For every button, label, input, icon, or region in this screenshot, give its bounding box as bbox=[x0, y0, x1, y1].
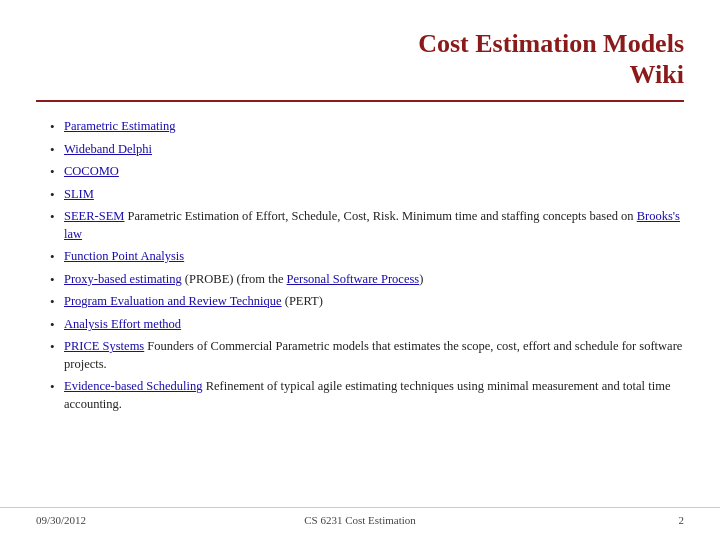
list-item: COCOMO bbox=[50, 163, 684, 181]
title-line2: Wiki bbox=[630, 60, 684, 89]
link-function-point[interactable]: Function Point Analysis bbox=[64, 249, 184, 263]
title-line1: Cost Estimation Models bbox=[418, 29, 684, 58]
link-probe[interactable]: Proxy-based estimating bbox=[64, 272, 182, 286]
list-item: SEER-SEM Parametric Estimation of Effort… bbox=[50, 208, 684, 243]
list-item: Evidence-based Scheduling Refinement of … bbox=[50, 378, 684, 413]
link-pert[interactable]: Program Evaluation and Review Technique bbox=[64, 294, 282, 308]
link-analysis-effort[interactable]: Analysis Effort method bbox=[64, 317, 181, 331]
title-divider bbox=[36, 100, 684, 102]
link-psp[interactable]: Personal Software Process bbox=[287, 272, 420, 286]
link-price-systems[interactable]: PRICE Systems bbox=[64, 339, 144, 353]
pert-text: (PERT) bbox=[282, 294, 323, 308]
list-item: Function Point Analysis bbox=[50, 248, 684, 266]
list-item: Wideband Delphi bbox=[50, 141, 684, 159]
link-cocomo[interactable]: COCOMO bbox=[64, 164, 119, 178]
probe-text: (PROBE) (from the bbox=[182, 272, 287, 286]
list-item: Analysis Effort method bbox=[50, 316, 684, 334]
link-evidence-scheduling[interactable]: Evidence-based Scheduling bbox=[64, 379, 203, 393]
footer-page: 2 bbox=[679, 514, 685, 526]
link-wideband-delphi[interactable]: Wideband Delphi bbox=[64, 142, 152, 156]
content-area: Parametric Estimating Wideband Delphi CO… bbox=[0, 118, 720, 413]
slide: Cost Estimation Models Wiki Parametric E… bbox=[0, 0, 720, 540]
list-item: SLIM bbox=[50, 186, 684, 204]
link-seer-sem[interactable]: SEER-SEM bbox=[64, 209, 124, 223]
footer-center-text: CS 6231 Cost Estimation bbox=[304, 514, 416, 526]
list-item: Parametric Estimating bbox=[50, 118, 684, 136]
footer-date: 09/30/2012 bbox=[36, 514, 86, 526]
seer-sem-text: Parametric Estimation of Effort, Schedul… bbox=[124, 209, 636, 223]
bullet-list: Parametric Estimating Wideband Delphi CO… bbox=[50, 118, 684, 413]
list-item: Program Evaluation and Review Technique … bbox=[50, 293, 684, 311]
list-item: Proxy-based estimating (PROBE) (from the… bbox=[50, 271, 684, 289]
slide-title: Cost Estimation Models Wiki bbox=[36, 28, 684, 90]
link-parametric-estimating[interactable]: Parametric Estimating bbox=[64, 119, 175, 133]
title-area: Cost Estimation Models Wiki bbox=[0, 0, 720, 100]
list-item: PRICE Systems Founders of Commercial Par… bbox=[50, 338, 684, 373]
probe-text2: ) bbox=[419, 272, 423, 286]
link-slim[interactable]: SLIM bbox=[64, 187, 94, 201]
price-text: Founders of Commercial Parametric models… bbox=[64, 339, 682, 371]
